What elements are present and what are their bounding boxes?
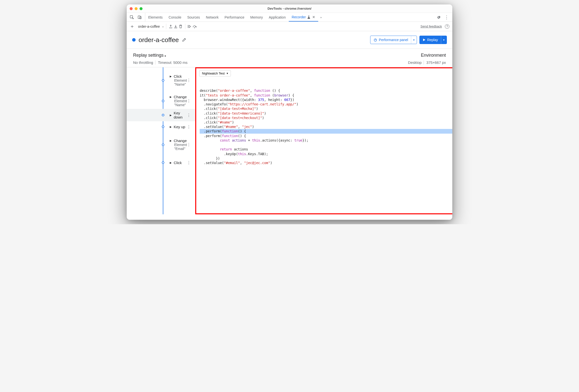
export-format-dropdown[interactable]: Nightwatch Test ▾ xyxy=(199,70,231,77)
recording-indicator xyxy=(132,38,136,42)
code-line: .setValue("#name", "jec") xyxy=(200,125,452,129)
expand-step-icon[interactable]: ▶ xyxy=(170,75,172,78)
step-menu-icon[interactable]: ⋮ xyxy=(187,98,191,103)
settings-gear-icon[interactable] xyxy=(436,15,441,19)
code-line: it("tests order-a-coffee", function (bro… xyxy=(200,93,452,97)
code-line: }) xyxy=(200,156,452,160)
window-title: DevTools - chrome://version/ xyxy=(268,7,311,10)
step-title-text: Click xyxy=(174,160,182,165)
code-line: .perform(function() { xyxy=(200,129,452,133)
step-row[interactable]: ▶ClickElement "Name"⋮ xyxy=(127,72,195,88)
step-row[interactable]: ▶ChangeElement "Name"⋮ xyxy=(127,93,195,109)
steps-list: ▶ClickElement "Name"⋮▶ChangeElement "Nam… xyxy=(127,67,195,214)
expand-step-icon[interactable]: ▶ xyxy=(170,114,172,117)
timeout-value[interactable]: Timeout: 5000 ms xyxy=(155,60,188,65)
step-title-text: Click xyxy=(174,74,182,78)
window-maximize[interactable] xyxy=(140,7,143,10)
code-view[interactable]: describe("order-a-coffee", function () {… xyxy=(196,78,452,213)
window-close[interactable] xyxy=(130,7,133,10)
code-line: .click("[data-test=Mocha]") xyxy=(200,106,452,111)
svg-point-3 xyxy=(194,27,195,28)
expand-step-icon[interactable]: ▶ xyxy=(170,139,172,142)
step-menu-icon[interactable]: ⋮ xyxy=(187,160,191,165)
step-title-text: Key up xyxy=(174,125,185,129)
content-split: ▶ClickElement "Name"⋮▶ChangeElement "Nam… xyxy=(127,67,452,214)
titlebar: DevTools - chrome://version/ xyxy=(127,4,452,13)
traffic-lights[interactable] xyxy=(130,7,143,10)
step-dot xyxy=(162,114,164,116)
step-row[interactable]: ▶Click⋮ xyxy=(127,157,195,168)
tab-application[interactable]: Application xyxy=(266,13,289,21)
close-tab-icon[interactable]: ✕ xyxy=(312,15,315,19)
send-feedback-link[interactable]: Send feedback xyxy=(420,24,442,28)
inspect-icon[interactable] xyxy=(130,15,134,19)
devtools-tabs: ElementsConsoleSourcesNetworkPerformance… xyxy=(145,13,318,21)
step-menu-icon[interactable]: ⋮ xyxy=(187,142,191,147)
replay-settings-heading[interactable]: Replay settings ▸ xyxy=(133,53,166,58)
code-line: .navigateTo("https://coffee-cart.netlify… xyxy=(200,102,452,106)
code-export-panel: Nightwatch Test ▾ ✕ describe("order-a-co… xyxy=(195,67,452,214)
step-subtitle: Element "Email" xyxy=(174,143,187,151)
delete-icon[interactable] xyxy=(178,24,183,29)
expand-step-icon[interactable]: ▶ xyxy=(170,95,172,98)
replay-caret[interactable]: ▾ xyxy=(441,36,447,44)
tab-console[interactable]: Console xyxy=(165,13,184,21)
step-dot xyxy=(162,161,164,164)
step-title-text: Change xyxy=(174,95,187,99)
step-dot xyxy=(162,144,164,146)
expand-step-icon[interactable]: ▶ xyxy=(170,161,172,164)
code-line: .perform(function() { xyxy=(200,134,452,138)
step-row[interactable]: ▶ChangeElement "Email"⋮ xyxy=(127,137,195,153)
performance-panel-button[interactable]: Performance panel ▾ xyxy=(370,36,417,44)
step-menu-icon[interactable]: ⋮ xyxy=(187,113,191,118)
tab-recorder[interactable]: Recorder✕ xyxy=(289,13,318,21)
tab-memory[interactable]: Memory xyxy=(247,13,266,21)
step-dot xyxy=(162,79,164,82)
devtools-window: DevTools - chrome://version/ ElementsCon… xyxy=(127,4,452,220)
code-line: browser.windowRect({width: 375, height: … xyxy=(200,97,452,102)
step-menu-icon[interactable]: ⋮ xyxy=(187,78,191,83)
overflow-tabs-icon[interactable]: » xyxy=(320,16,322,19)
code-line: .click("[data-test=checkout]") xyxy=(200,116,452,120)
tab-elements[interactable]: Elements xyxy=(145,13,165,21)
recorder-subbar: ＋ order-a-coffee ⌄ Send feedback ? xyxy=(127,22,452,31)
step-over-icon[interactable] xyxy=(192,24,197,29)
performance-panel-caret[interactable]: ▾ xyxy=(411,36,417,44)
step-menu-icon[interactable]: ⋮ xyxy=(187,125,191,129)
edit-title-icon[interactable] xyxy=(182,38,186,42)
code-line xyxy=(200,143,452,147)
device-toggle-icon[interactable] xyxy=(138,15,142,19)
tab-sources[interactable]: Sources xyxy=(184,13,203,21)
page-title: order-a-coffee xyxy=(139,36,179,44)
device-value[interactable]: Desktop xyxy=(408,60,422,65)
step-dot xyxy=(162,100,164,102)
throttling-value[interactable]: No throttling xyxy=(133,60,153,65)
recording-selector[interactable]: order-a-coffee xyxy=(138,24,160,28)
step-title-text: Key down xyxy=(174,111,187,119)
tab-network[interactable]: Network xyxy=(203,13,221,21)
step-dot xyxy=(162,125,164,128)
step-subtitle: Element "Name" xyxy=(174,99,187,107)
recording-selector-caret-icon[interactable]: ⌄ xyxy=(162,25,164,28)
export-icon[interactable] xyxy=(168,24,173,29)
code-line: .keyUp(this.Keys.TAB); xyxy=(200,152,452,156)
code-line: .click("#name") xyxy=(200,120,452,125)
flask-icon xyxy=(307,15,310,19)
play-step-icon[interactable] xyxy=(187,24,192,29)
window-minimize[interactable] xyxy=(135,7,138,10)
expand-step-icon[interactable]: ▶ xyxy=(170,125,172,128)
devtools-toolbar: ElementsConsoleSourcesNetworkPerformance… xyxy=(127,13,452,22)
replay-button[interactable]: Replay ▾ xyxy=(419,36,447,44)
add-icon[interactable]: ＋ xyxy=(130,24,135,29)
code-line: .setValue("#email", "jec@jec.com") xyxy=(200,160,452,165)
code-line: const actions = this.actions({async: tru… xyxy=(200,138,452,143)
dropdown-caret-icon: ▾ xyxy=(227,72,228,75)
more-menu-icon[interactable]: ⋮ xyxy=(444,15,449,20)
step-row[interactable]: ▶Key down⋮ xyxy=(127,109,195,121)
viewport-value[interactable]: 375×667 px xyxy=(424,60,446,65)
environment-heading: Environment xyxy=(421,53,446,58)
import-icon[interactable] xyxy=(173,24,178,29)
tab-performance[interactable]: Performance xyxy=(221,13,247,21)
help-icon[interactable]: ? xyxy=(445,24,449,29)
step-row[interactable]: ▶Key up⋮ xyxy=(127,121,195,132)
